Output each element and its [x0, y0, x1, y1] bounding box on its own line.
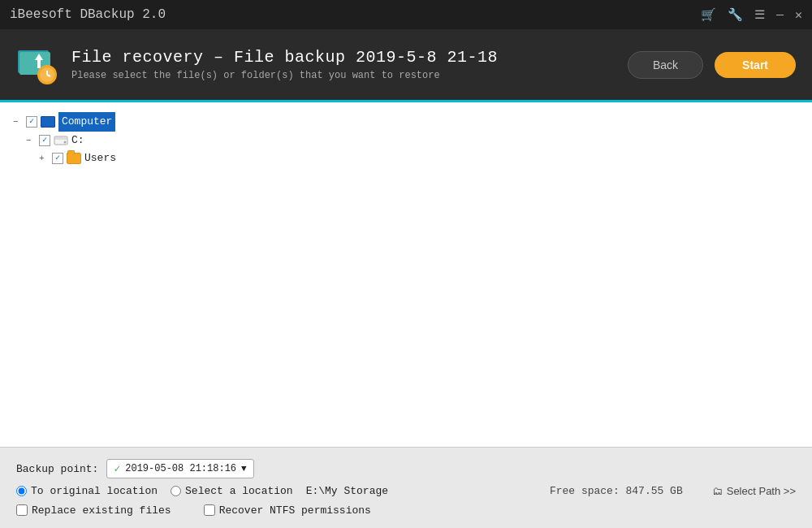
- location-path: E:\My Storage: [306, 485, 388, 497]
- select-path-icon: 🗂: [712, 485, 723, 497]
- checkbox-c[interactable]: [39, 135, 50, 146]
- location-row: To original location Select a location E…: [16, 485, 796, 497]
- label-users[interactable]: Users: [84, 149, 116, 167]
- toggle-c[interactable]: −: [26, 132, 36, 149]
- title-bar: iBeesoft DBackup 2.0 🛒 🔧 ☰ — ✕: [0, 0, 812, 29]
- header-left: File recovery – File backup 2019-5-8 21-…: [16, 44, 498, 86]
- header: File recovery – File backup 2019-5-8 21-…: [0, 29, 812, 102]
- cart-icon[interactable]: 🛒: [701, 7, 716, 23]
- page-title: File recovery – File backup 2019-5-8 21-…: [71, 48, 498, 67]
- minimize-icon[interactable]: —: [776, 8, 784, 22]
- recover-ntfs-label: Recover NTFS permissions: [219, 504, 371, 517]
- svg-point-10: [64, 141, 67, 144]
- label-computer[interactable]: Computer: [58, 112, 115, 132]
- folder-icon: [67, 153, 81, 164]
- close-icon[interactable]: ✕: [795, 7, 802, 23]
- replace-files-option[interactable]: Replace existing files: [16, 504, 171, 517]
- header-buttons: Back Start: [628, 51, 796, 79]
- backup-point-select[interactable]: ✓ 2019-05-08 21:18:16 ▼: [106, 459, 253, 478]
- title-bar-controls: 🛒 🔧 ☰ — ✕: [701, 7, 802, 23]
- recover-ntfs-checkbox[interactable]: [204, 504, 215, 516]
- tree-node-computer: − Computer: [13, 112, 799, 132]
- header-text: File recovery – File backup 2019-5-8 21-…: [71, 48, 498, 81]
- backup-point-row: Backup point: ✓ 2019-05-08 21:18:16 ▼: [16, 459, 796, 478]
- green-check-icon: ✓: [114, 462, 120, 475]
- app-title: iBeesoft DBackup 2.0: [10, 7, 166, 22]
- radio-original-label: To original location: [31, 485, 158, 497]
- replace-files-checkbox[interactable]: [16, 504, 28, 516]
- app-logo-icon: [16, 44, 58, 86]
- start-button[interactable]: Start: [715, 52, 796, 78]
- options-row: Replace existing files Recover NTFS perm…: [16, 504, 796, 517]
- back-button[interactable]: Back: [628, 51, 703, 79]
- radio-original-location[interactable]: To original location: [16, 485, 158, 497]
- backup-point-value: 2019-05-08 21:18:16: [125, 463, 236, 474]
- svg-rect-3: [37, 60, 41, 68]
- computer-icon: [41, 116, 55, 128]
- page-subtitle: Please select the file(s) or folder(s) t…: [71, 70, 498, 81]
- tree-node-c: − C:: [26, 132, 799, 149]
- select-path-button[interactable]: 🗂 Select Path >>: [712, 485, 796, 497]
- drive-icon: [54, 134, 68, 147]
- label-c[interactable]: C:: [71, 132, 84, 149]
- checkbox-computer[interactable]: [26, 116, 37, 128]
- free-space: Free space: 847.55 GB: [550, 485, 683, 497]
- select-path-label: Select Path >>: [727, 485, 796, 497]
- dropdown-arrow-icon: ▼: [241, 464, 247, 474]
- replace-files-label: Replace existing files: [32, 504, 171, 517]
- recover-ntfs-option[interactable]: Recover NTFS permissions: [204, 504, 371, 517]
- menu-icon[interactable]: ☰: [754, 7, 765, 23]
- toggle-users[interactable]: +: [39, 149, 49, 167]
- svg-rect-9: [55, 137, 67, 140]
- radio-select-label: Select a location: [185, 485, 293, 497]
- checkbox-users[interactable]: [52, 153, 63, 164]
- radio-original-input[interactable]: [16, 486, 27, 496]
- bottom-panel: Backup point: ✓ 2019-05-08 21:18:16 ▼ To…: [0, 447, 812, 528]
- tree-node-users: + Users: [39, 149, 799, 167]
- wrench-icon[interactable]: 🔧: [728, 7, 743, 23]
- file-tree-panel: − Computer − C: + Users: [0, 102, 812, 447]
- radio-select-location[interactable]: Select a location: [171, 485, 293, 497]
- backup-point-label: Backup point:: [16, 463, 98, 475]
- radio-select-input[interactable]: [171, 486, 181, 496]
- toggle-computer[interactable]: −: [13, 113, 23, 131]
